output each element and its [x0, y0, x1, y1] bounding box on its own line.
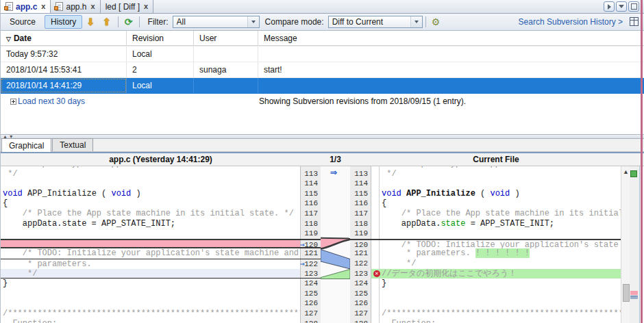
tab-controls	[604, 1, 639, 12]
line-number: 124	[300, 279, 321, 289]
error-icon: ✕	[373, 270, 380, 277]
vertical-scrollbar[interactable]: ▲	[621, 166, 630, 323]
float-window-icon[interactable]	[630, 17, 639, 26]
code-line: */123	[1, 269, 321, 279]
tab-graphical[interactable]: Graphical	[1, 138, 51, 152]
table-row[interactable]: Today 9:57:32 Local	[1, 47, 644, 62]
load-next-30-days-link[interactable]: Load next 30 days	[10, 94, 85, 109]
diff-left-title: app.c (Yesterday 14:41:29)	[1, 153, 321, 166]
prev-diff-icon[interactable]: ⬆	[99, 16, 115, 27]
refresh-icon[interactable]: ⟳	[121, 16, 136, 27]
tab-label: app.c	[16, 2, 37, 12]
tab-list-icon[interactable]	[616, 1, 627, 12]
line-number: 122	[350, 259, 371, 269]
line-number: 113	[300, 169, 321, 179]
compare-mode-dropdown[interactable]: Diff to Current	[328, 16, 423, 28]
code-line: 114	[1, 179, 321, 189]
tab-app-c[interactable]: app.c x	[1, 0, 51, 13]
glyph-margin	[371, 198, 380, 209]
scroll-tabs-right-icon[interactable]	[604, 1, 615, 12]
glyph-margin	[371, 289, 380, 299]
column-header-message[interactable]: Message	[258, 31, 644, 46]
code-text	[380, 179, 621, 189]
scrollbar-thumb[interactable]	[623, 284, 630, 302]
settings-icon[interactable]: ⚙	[429, 16, 443, 27]
tab-textual[interactable]: Textual	[52, 138, 93, 151]
code-text: * parameters. ! ! ! ! ! !	[380, 248, 621, 259]
code-line: 116{	[350, 198, 621, 209]
table-row-selected[interactable]: 2018/10/14 14:41:29 Local	[1, 78, 644, 94]
line-number: 125	[350, 289, 371, 299]
glyph-margin	[371, 259, 380, 269]
current-diff-arrow-icon[interactable]: ⇒	[330, 168, 337, 177]
column-header-user[interactable]: User	[194, 31, 258, 46]
line-number: ⇒120	[300, 240, 321, 248]
code-line: 123✕//データの初期化はここでやろう！	[350, 269, 621, 279]
diff-right-pane[interactable]: 112 see prototype in app.h.113 */114115v…	[350, 166, 621, 323]
code-line: {116	[1, 198, 321, 209]
filter-dropdown[interactable]: All	[173, 16, 260, 28]
load-more-row: Load next 30 days Showing Subversion rev…	[1, 94, 644, 109]
code-text: {	[1, 198, 300, 209]
source-file-icon	[55, 2, 63, 11]
code-text: /***************************************…	[380, 309, 621, 319]
close-icon[interactable]: x	[40, 3, 45, 10]
line-number: 128	[300, 319, 321, 323]
cell-message	[258, 78, 644, 93]
line-number: 128	[350, 319, 371, 323]
column-header-date[interactable]: ▽Date	[1, 31, 127, 46]
code-text: {	[380, 198, 621, 209]
history-button[interactable]: History	[45, 15, 82, 29]
added-connector	[321, 270, 350, 279]
diff-left-pane[interactable]: see prototype in app.h.112 */113114void …	[1, 166, 321, 323]
code-line: 117 /* Place the App state machine in it…	[350, 209, 621, 219]
code-line: 121 * parameters. ! ! ! ! ! !	[350, 248, 621, 259]
code-text: /* Place the App state machine in its in…	[380, 209, 621, 219]
code-text: Function:	[1, 319, 300, 323]
search-subversion-history-link[interactable]: Search Subversion History >	[519, 17, 623, 27]
code-line: 122 */	[350, 259, 621, 269]
line-number: 119	[300, 229, 321, 239]
line-number: 123	[300, 269, 321, 279]
code-line: }124	[1, 279, 321, 289]
line-number: 113	[350, 169, 371, 179]
close-icon[interactable]: x	[90, 3, 95, 10]
code-line: ⇒120	[1, 239, 321, 249]
diff-arrow-icon[interactable]: ⇒	[300, 259, 305, 270]
maximize-icon[interactable]	[628, 1, 639, 12]
code-text: /***************************************…	[1, 309, 300, 319]
error-stripe	[630, 166, 639, 323]
revision-table: ▽Date Revision User Message Today 9:57:3…	[1, 31, 644, 109]
stripe-mark-changed[interactable]	[630, 296, 638, 299]
expand-icon	[10, 99, 16, 105]
stripe-mark-removed[interactable]	[630, 291, 638, 295]
showing-revisions-text: Showing Subversion revisions from 2018/0…	[259, 94, 466, 109]
code-line: 127/************************************…	[350, 309, 621, 319]
sort-descending-icon: ▽	[6, 36, 11, 42]
tab-led-diff[interactable]: led [ Diff ] x	[101, 0, 154, 13]
diff-view-tabs: Graphical Textual	[1, 139, 644, 152]
source-button[interactable]: Source	[3, 15, 42, 29]
code-line: /* TODO: Initialize your application's s…	[1, 248, 321, 259]
tab-label: led [ Diff ]	[106, 2, 140, 12]
next-diff-icon[interactable]: ⬇	[82, 16, 99, 27]
code-text: appData.state = APP_STATE_INIT;	[1, 219, 300, 229]
code-text: */	[380, 169, 621, 179]
code-text: }	[1, 279, 300, 289]
code-line: /* Place the App state machine in its in…	[1, 209, 321, 219]
window-frame-edge	[641, 0, 643, 323]
glyph-margin	[371, 219, 380, 229]
close-icon[interactable]: x	[143, 3, 148, 10]
ide-window: app.c x app.h x led [ Diff ] x Source Hi…	[0, 0, 644, 323]
splitter-handle[interactable]: ▲ ▼	[1, 134, 644, 139]
column-header-revision[interactable]: Revision	[127, 31, 194, 46]
line-number: 123✕	[350, 269, 371, 279]
code-text: void APP_Initialize ( void )	[380, 189, 621, 199]
tab-app-h[interactable]: app.h x	[51, 0, 100, 13]
filter-label: Filter:	[148, 17, 169, 27]
code-text: /* TODO: Initialize your application's s…	[1, 248, 300, 259]
file-status-badge	[630, 170, 637, 177]
scroll-up-icon[interactable]: ▲	[622, 168, 630, 176]
table-row[interactable]: 2018/10/14 15:53:41 2 sunaga start!	[1, 62, 644, 78]
compare-mode-value: Diff to Current	[332, 17, 410, 27]
